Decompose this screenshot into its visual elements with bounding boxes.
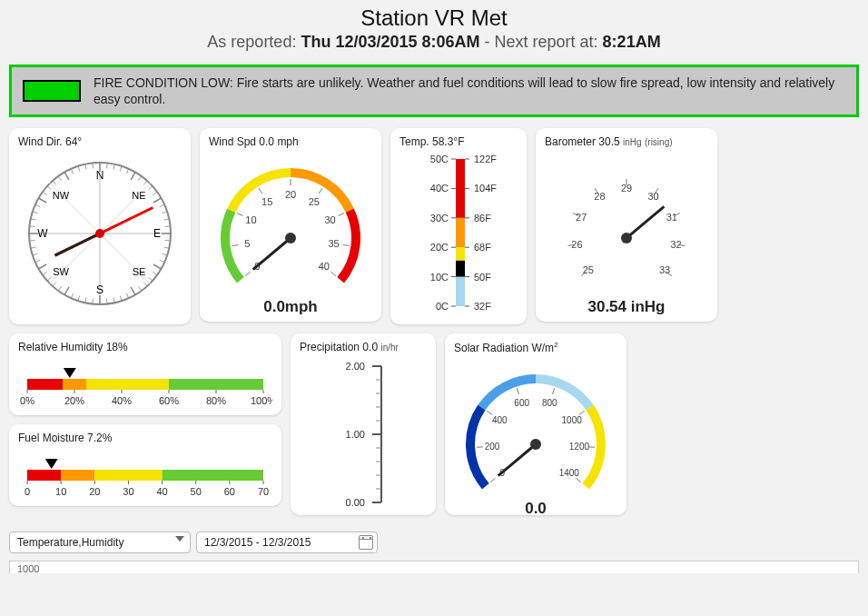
humidity-bar: 0%20%40%60%80%100%: [18, 357, 272, 408]
svg-rect-162: [27, 470, 61, 481]
svg-rect-164: [94, 470, 162, 481]
wind-speed-value: 0.0mph: [209, 298, 372, 316]
svg-text:400: 400: [492, 415, 508, 425]
svg-text:20: 20: [89, 486, 100, 497]
chart-controls: Temperature,Humidity 12/3/2015 - 12/3/20…: [0, 524, 868, 561]
wind-dir-card: Wind Dir. 64° N NE E SE S SW W NW: [9, 128, 191, 324]
svg-text:86F: 86F: [474, 213, 491, 224]
svg-line-76: [245, 273, 250, 276]
barometer-title: Barometer 30.5 inHg (rising): [545, 135, 708, 148]
svg-rect-146: [63, 379, 86, 390]
svg-text:25: 25: [309, 196, 320, 207]
svg-text:26: 26: [571, 240, 582, 251]
svg-text:32F: 32F: [474, 301, 491, 312]
svg-rect-148: [169, 379, 263, 390]
svg-text:29: 29: [621, 183, 632, 194]
svg-line-208: [579, 412, 585, 415]
svg-rect-99: [456, 218, 465, 247]
svg-point-95: [285, 233, 296, 243]
svg-text:2.00: 2.00: [346, 361, 365, 372]
report-subtitle: As reported: Thu 12/03/2015 8:06AM - Nex…: [0, 33, 868, 52]
svg-line-90: [343, 245, 350, 246]
svg-text:10C: 10C: [430, 272, 449, 283]
barometer-gauge: 252627282930313233: [545, 152, 708, 293]
svg-text:40C: 40C: [430, 184, 449, 194]
svg-text:40: 40: [319, 261, 330, 272]
svg-text:NW: NW: [53, 190, 70, 201]
svg-text:1400: 1400: [559, 468, 580, 478]
svg-text:0: 0: [25, 486, 30, 497]
svg-text:SW: SW: [53, 266, 69, 277]
fire-condition-alert: FIRE CONDITION LOW: Fire starts are unli…: [9, 65, 859, 117]
svg-text:0%: 0%: [20, 395, 35, 406]
svg-text:800: 800: [542, 399, 557, 409]
svg-text:0.00: 0.00: [346, 497, 365, 508]
svg-line-212: [576, 479, 580, 482]
svg-text:25: 25: [583, 265, 594, 276]
barometer-card: Barometer 30.5 inHg (rising) 25262728293…: [536, 128, 717, 322]
svg-line-82: [259, 189, 262, 194]
svg-text:50C: 50C: [430, 154, 449, 164]
svg-text:50F: 50F: [474, 272, 491, 283]
temperature-card: Temp. 58.3°F 50C40C30C20C10C0C 122F104F8…: [390, 128, 527, 324]
svg-text:15: 15: [261, 196, 272, 207]
svg-text:30: 30: [123, 486, 133, 497]
svg-text:40%: 40%: [112, 395, 132, 406]
svg-line-78: [232, 245, 239, 246]
svg-text:70: 70: [258, 486, 269, 497]
svg-line-202: [487, 412, 492, 415]
date-range-picker[interactable]: 12/3/2015 - 12/3/2015: [196, 532, 378, 553]
svg-text:30: 30: [647, 191, 658, 202]
svg-line-94: [253, 238, 291, 270]
svg-text:31: 31: [666, 212, 677, 223]
page-header: Station VR Met As reported: Thu 12/03/20…: [0, 0, 868, 61]
svg-rect-145: [27, 379, 63, 390]
chevron-down-icon: [175, 536, 184, 541]
svg-text:10: 10: [245, 214, 256, 225]
svg-text:20: 20: [285, 189, 296, 200]
svg-text:33: 33: [659, 265, 670, 276]
series-selector[interactable]: Temperature,Humidity: [9, 532, 191, 553]
fuel-moisture-bar: 010203040506070: [18, 448, 272, 499]
svg-text:68F: 68F: [474, 243, 491, 253]
svg-rect-98: [456, 248, 465, 261]
svg-rect-96: [456, 277, 465, 306]
svg-rect-163: [61, 470, 94, 481]
svg-line-198: [490, 479, 495, 482]
wind-speed-gauge: 0510152025303540: [209, 152, 372, 293]
solar-title: Solar Radiation W/m2: [454, 341, 617, 354]
solar-card: Solar Radiation W/m2 0200400600800100012…: [445, 333, 626, 515]
precip-title: Precipitation 0.0 in/hr: [300, 341, 427, 353]
svg-text:27: 27: [576, 212, 587, 223]
barometer-value: 30.54 inHg: [545, 298, 708, 316]
svg-text:28: 28: [594, 191, 605, 202]
svg-line-80: [237, 214, 242, 216]
svg-text:1000: 1000: [562, 415, 583, 425]
page-title: Station VR Met: [0, 5, 868, 31]
fuel-moisture-card: Fuel Moisture 7.2% 010203040506070: [9, 424, 281, 506]
svg-text:50: 50: [191, 486, 202, 497]
svg-text:E: E: [153, 227, 161, 240]
svg-text:32: 32: [670, 240, 681, 251]
svg-text:10: 10: [55, 486, 66, 497]
svg-marker-182: [45, 459, 58, 469]
precip-card: Precipitation 0.0 in/hr 2.001.000.00: [291, 333, 436, 515]
thermometer-icon: 50C40C30C20C10C0C 122F104F86F68F50F32F: [399, 152, 518, 315]
svg-rect-97: [456, 261, 465, 277]
fuel-moisture-title: Fuel Moisture 7.2%: [18, 432, 272, 444]
svg-line-88: [339, 214, 344, 216]
svg-text:60: 60: [224, 486, 235, 497]
svg-rect-147: [86, 379, 169, 390]
svg-text:5: 5: [244, 239, 250, 250]
svg-text:200: 200: [485, 442, 500, 452]
svg-text:0C: 0C: [436, 301, 449, 312]
precip-scale: 2.001.000.00: [300, 357, 427, 512]
fire-condition-text: FIRE CONDITION LOW: Fire starts are unli…: [94, 75, 845, 107]
calendar-icon: [359, 535, 373, 550]
svg-text:100%: 100%: [251, 395, 272, 406]
svg-text:20%: 20%: [64, 395, 84, 406]
svg-text:30C: 30C: [430, 213, 449, 224]
svg-marker-161: [64, 368, 76, 378]
svg-line-92: [330, 273, 335, 276]
solar-value: 0.0: [454, 500, 617, 518]
